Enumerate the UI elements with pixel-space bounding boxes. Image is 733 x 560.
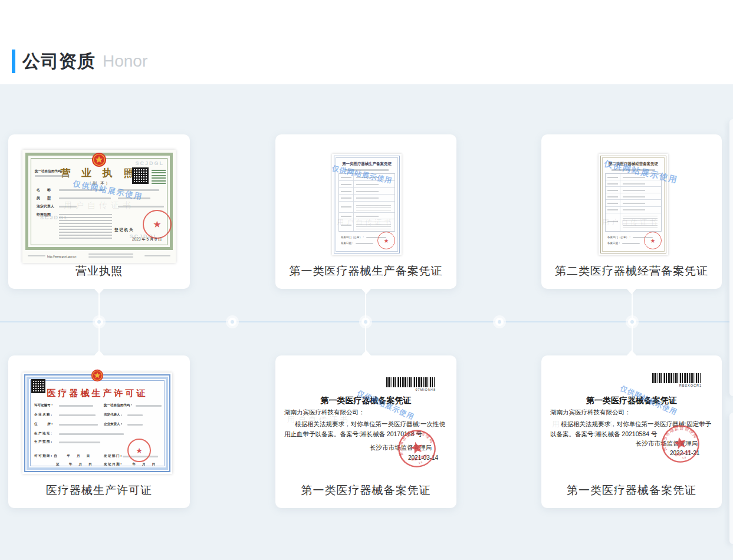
doc-title: 第一类医疗器械备案凭证: [541, 396, 722, 406]
national-emblem-icon: [91, 152, 107, 167]
official-seal-icon: ★: [127, 439, 151, 462]
doc-title: 第一类医疗器械备案凭证: [275, 396, 456, 406]
cert-card-class2-operation-filing[interactable]: 第二类医疗器械经营备案凭证 备案部门（公章）： 备案日期： ★ 用户自传证书 仅…: [541, 134, 722, 289]
timeline-node: [495, 318, 504, 326]
timeline-node: [628, 318, 636, 326]
next-card-peek: [729, 119, 733, 396]
certificate-image: SCJDGL SCJDGL SCJDGL 营 业 执 照 （副 本） 统一社会信…: [22, 150, 176, 263]
barcode: [386, 377, 435, 387]
credit-code-label: 统一社会信用代码: [35, 169, 61, 173]
svg-text:1-3: 1-3: [418, 460, 423, 465]
card-label: 第一类医疗器械生产备案凭证: [275, 263, 456, 279]
card-label: 营业执照: [8, 263, 190, 279]
card-label: 第一类医疗器械备案凭证: [541, 483, 722, 498]
certificate-image: 第二类医疗器械经营备案凭证 备案部门（公章）： 备案日期： ★ 用户自传证书: [599, 154, 668, 255]
qr-code: [132, 167, 149, 184]
timeline-node: [228, 318, 236, 326]
footer-url: http://www.gsxt.gov.cn: [47, 255, 76, 258]
certificate-image: 医疗器械生产许可证 许可证编号： 统一社会信用代码： 企 业 名 称： 法定代表…: [22, 373, 172, 474]
cert-card-class1-filing-2[interactable]: RBSXOCR1 第一类医疗器械备案凭证 湖南力宾医疗科技有限公司： 根据相关法…: [541, 355, 722, 508]
cert-card-business-license[interactable]: SCJDGL SCJDGL SCJDGL 营 业 执 照 （副 本） 统一社会信…: [8, 134, 190, 289]
barcode-text: RBSXOCR1: [652, 384, 702, 387]
barcode-text: 07MION48: [386, 388, 436, 391]
registrar-label: 登 记 机 关: [114, 228, 133, 233]
cert-table: [338, 173, 395, 232]
card-label: 第二类医疗器械经营备案凭证: [541, 263, 722, 279]
cert-card-class1-filing-1[interactable]: 07MION48 第一类医疗器械备案凭证 湖南力宾医疗科技有限公司： 根据相关法…: [275, 355, 456, 508]
timeline-node: [361, 318, 370, 326]
accent-bar: [12, 50, 15, 73]
cert-card-production-license[interactable]: 医疗器械生产许可证 许可证编号： 统一社会信用代码： 企 业 名 称： 法定代表…: [8, 355, 190, 508]
card-label: 第一类医疗器械备案凭证: [275, 483, 456, 498]
barcode: [652, 373, 701, 383]
cert-title: 第一类医疗器械生产备案凭证: [337, 161, 396, 166]
cert-table: [605, 173, 662, 232]
photo-watermark: SCJDGL: [135, 160, 164, 166]
micro-text-block: [152, 169, 166, 184]
certificate-image: 第一类医疗器械生产备案凭证 备案部门（公章）： 备案日期： ★ 用户自传证书: [332, 154, 402, 255]
next-card-peek: [729, 413, 733, 544]
card-label: 医疗器械生产许可证: [8, 483, 190, 498]
cert-title: 医疗器械生产许可证: [22, 388, 172, 399]
section-title: 公司资质: [22, 50, 96, 74]
timeline-node: [95, 318, 103, 326]
official-seal-icon: 长沙市市场监督管理局 审批专用章 1-3: [393, 424, 441, 473]
national-emblem-icon: [91, 368, 104, 383]
official-seal-icon: ★: [377, 232, 395, 249]
issue-date: 2023 年 5 月 8 日: [132, 237, 162, 242]
section-header: 公司资质 Honor: [12, 48, 147, 74]
cert-card-class1-production-filing[interactable]: 第一类医疗器械生产备案凭证 备案部门（公章）： 备案日期： ★ 用户自传证书 仅…: [275, 134, 456, 289]
official-seal-icon: ★: [644, 232, 662, 249]
section-subtitle: Honor: [103, 52, 147, 71]
official-seal-icon: ★: [143, 210, 172, 239]
company-honor-section: 公司资质 Honor SCJDGL SCJDGL SCJDGL 营 业 执 照 …: [0, 0, 733, 560]
svg-text:1-3: 1-3: [682, 456, 686, 460]
cert-title: 第二类医疗器械经营备案凭证: [603, 161, 663, 166]
